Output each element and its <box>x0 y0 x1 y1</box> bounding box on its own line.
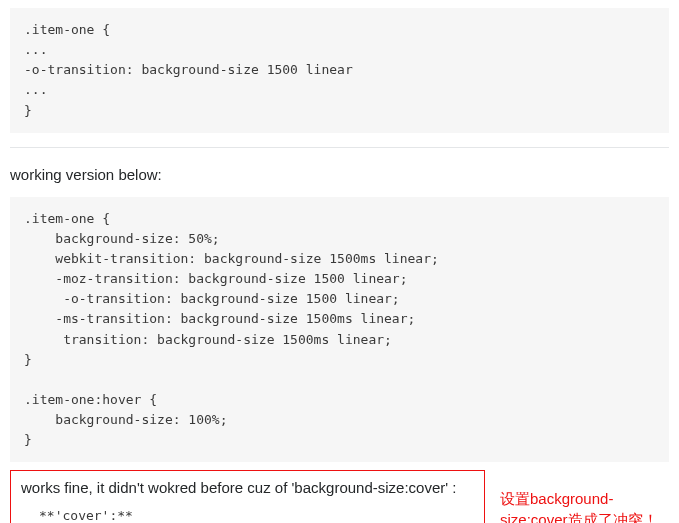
code-block-working: .item-one { background-size: 50%; webkit… <box>10 197 669 463</box>
explanation-box: works fine, it didn't wokred before cuz … <box>10 470 485 523</box>
divider <box>10 147 669 148</box>
intro-text: working version below: <box>10 166 669 183</box>
side-annotation: 设置background-size:cover造成了冲突！ <box>500 488 679 523</box>
code-block-snippet: .item-one { ... -o-transition: backgroun… <box>10 8 669 133</box>
highlight-wrapper: works fine, it didn't wokred before cuz … <box>10 470 669 523</box>
explanation-lead: works fine, it didn't wokred before cuz … <box>21 479 474 496</box>
explanation-quote: **'cover':** Scale the image, while pres… <box>21 506 474 523</box>
